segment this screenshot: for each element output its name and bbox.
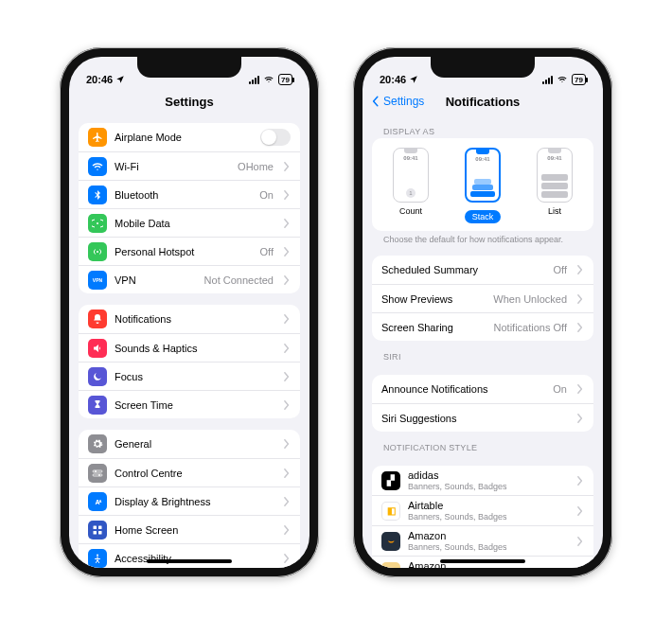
chevron-right-icon <box>576 476 584 486</box>
svg-text:A: A <box>99 498 102 503</box>
bell-icon <box>88 310 107 328</box>
settings-row-mobile-data[interactable]: Mobile Data <box>79 208 300 237</box>
section-siri: SIRI <box>372 341 593 363</box>
row-screen-sharing[interactable]: Screen SharingNotifications Off <box>372 312 593 341</box>
battery-indicator: 79 <box>572 74 586 85</box>
chevron-right-icon <box>576 294 584 304</box>
settings-row-notifications[interactable]: Notifications <box>79 305 300 333</box>
settings-group: GeneralControl CentreAADisplay & Brightn… <box>79 430 300 568</box>
back-label: Settings <box>383 95 424 108</box>
row-value: OHome <box>238 161 274 172</box>
group-siri: Announce NotificationsOnSiri Suggestions <box>372 375 593 432</box>
svg-rect-11 <box>94 531 97 535</box>
row-label: Mobile Data <box>115 218 266 229</box>
section-notification-style: NOTIFICATION STYLE <box>372 432 593 454</box>
hourglass-icon <box>88 396 107 415</box>
location-icon <box>409 75 418 84</box>
chevron-right-icon <box>283 190 291 200</box>
svg-rect-10 <box>98 525 102 529</box>
chevron-right-icon <box>283 469 291 478</box>
chevron-right-icon <box>576 265 584 274</box>
row-label: Announce Notifications <box>381 383 545 395</box>
settings-row-control-centre[interactable]: Control Centre <box>79 458 300 486</box>
chevron-right-icon <box>576 414 584 423</box>
chevron-right-icon <box>283 219 291 228</box>
brightness-icon: AA <box>88 492 107 511</box>
airplane-icon <box>88 128 107 147</box>
row-label: Display & Brightness <box>115 496 266 507</box>
back-button[interactable]: Settings <box>370 95 424 108</box>
notifications-list[interactable]: DISPLAY AS 09:411Count09:41Stack09:41Lis… <box>363 115 603 568</box>
row-show-previews[interactable]: Show PreviewsWhen Unlocked <box>372 284 593 312</box>
row-siri-siri-suggestions[interactable]: Siri Suggestions <box>372 403 593 432</box>
display-as-list[interactable]: 09:41List <box>522 148 588 223</box>
device-notifications: 20:46 79 Settings No <box>353 47 612 577</box>
row-siri-announce-notifications[interactable]: Announce NotificationsOn <box>372 375 593 403</box>
app-row-airtable[interactable]: ◧AirtableBanners, Sounds, Badges <box>372 495 593 525</box>
settings-row-airplane-mode[interactable]: Airplane Mode <box>79 123 300 151</box>
settings-row-focus[interactable]: Focus <box>79 362 300 390</box>
settings-row-personal-hotspot[interactable]: Personal HotspotOff <box>79 237 300 265</box>
antenna-icon <box>88 214 107 233</box>
row-label: Focus <box>115 371 266 382</box>
row-label: Bluetooth <box>115 189 252 201</box>
svg-text:VPN: VPN <box>93 277 103 283</box>
settings-list[interactable]: Airplane ModeWi-FiOHomeBluetoothOnMobile… <box>69 115 309 568</box>
gear-icon <box>88 434 107 453</box>
chevron-right-icon <box>283 497 291 506</box>
chevron-right-icon <box>283 525 291 535</box>
row-label: Screen Sharing <box>381 322 486 333</box>
row-value: On <box>553 383 567 395</box>
settings-row-wi-fi[interactable]: Wi-FiOHome <box>79 151 300 180</box>
app-icon: ▞ <box>381 471 400 490</box>
status-time: 20:46 <box>380 74 406 85</box>
svg-point-13 <box>97 554 98 556</box>
settings-row-sounds-haptics[interactable]: Sounds & Haptics <box>79 333 300 362</box>
device-settings: 20:46 79 Settings Airplane ModeWi-FiOHom… <box>60 47 319 577</box>
group-notification-style: ▞adidasBanners, Sounds, Badges◧AirtableB… <box>372 466 593 568</box>
row-value: Off <box>554 264 567 275</box>
row-value: Not Connected <box>204 274 274 286</box>
chevron-right-icon <box>283 400 291 410</box>
app-name: Airtable <box>408 500 567 511</box>
grid-icon <box>88 521 107 539</box>
svg-point-0 <box>97 222 98 224</box>
display-as-count[interactable]: 09:411Count <box>378 148 444 223</box>
wifi-icon <box>557 75 568 84</box>
row-label: Sounds & Haptics <box>115 343 266 354</box>
bluetooth-icon <box>88 186 107 204</box>
row-label: Airplane Mode <box>115 132 253 143</box>
display-as-stack[interactable]: 09:41Stack <box>450 148 516 223</box>
app-name: adidas <box>408 469 567 481</box>
app-row-adidas[interactable]: ▞adidasBanners, Sounds, Badges <box>372 466 593 495</box>
row-label: Control Centre <box>115 468 266 479</box>
signal-icon <box>542 76 553 84</box>
nav-bar: Settings <box>69 87 309 115</box>
chevron-right-icon <box>283 314 291 324</box>
row-label: Screen Time <box>115 399 266 411</box>
app-sub: Banners, Sounds, Badges <box>408 542 567 552</box>
settings-row-vpn[interactable]: VPNVPNNot Connected <box>79 265 300 293</box>
row-value: On <box>259 189 274 201</box>
signal-icon <box>249 76 259 84</box>
settings-row-home-screen[interactable]: Home Screen <box>79 515 300 543</box>
settings-row-general[interactable]: General <box>79 430 300 458</box>
figure-icon <box>88 549 107 568</box>
status-time: 20:46 <box>86 74 113 85</box>
settings-row-bluetooth[interactable]: BluetoothOn <box>79 180 300 208</box>
row-label: Home Screen <box>115 524 266 536</box>
row-label: General <box>115 438 266 450</box>
option-label: Stack <box>465 210 502 223</box>
app-sub: Banners, Sounds, Badges <box>408 512 567 522</box>
settings-row-accessibility[interactable]: Accessibility <box>79 543 300 568</box>
row-scheduled-summary[interactable]: Scheduled SummaryOff <box>372 256 593 284</box>
switches-icon <box>88 464 107 483</box>
settings-row-display-brightness[interactable]: AADisplay & Brightness <box>79 486 300 515</box>
settings-row-screen-time[interactable]: Screen Time <box>79 390 300 418</box>
app-row-amazon[interactable]: ⌣AmazonBanners, Sounds, Badges <box>372 525 593 556</box>
home-indicator[interactable] <box>147 559 232 563</box>
option-label: List <box>522 206 588 216</box>
row-label: Notifications <box>115 313 266 325</box>
home-indicator[interactable] <box>440 559 525 563</box>
toggle[interactable] <box>260 129 291 146</box>
